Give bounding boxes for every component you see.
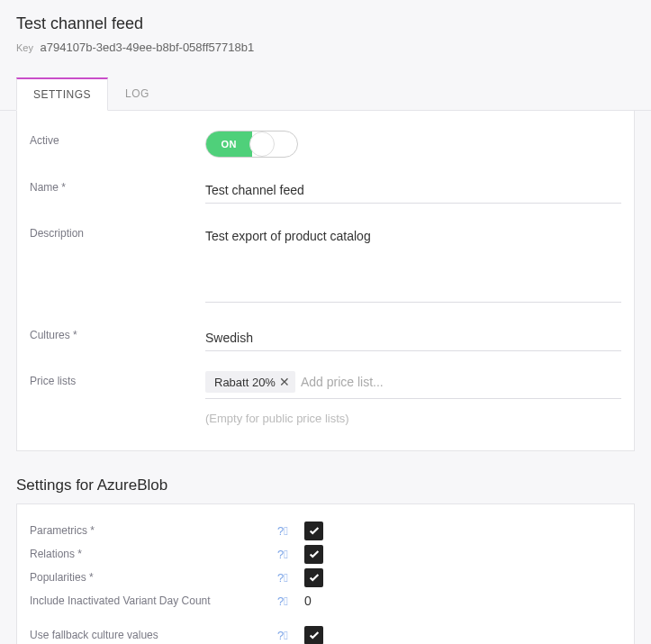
help-icon[interactable]: ?⃝ [277,629,304,642]
toggle-knob [249,132,275,157]
toggle-on-text: ON [206,132,252,157]
azure-section-title: Settings for AzureBlob [16,476,635,494]
description-label: Description [30,223,205,240]
description-input[interactable] [205,223,621,303]
price-list-tag-text: Rabatt 20% [214,376,276,389]
close-icon[interactable]: ✕ [279,375,290,389]
page-key: Key a794107b-3ed3-49ee-b8bf-058ff57718b1 [16,41,635,54]
cultures-input[interactable] [205,325,621,351]
active-toggle[interactable]: ON [205,131,298,158]
check-icon [308,629,321,641]
check-icon [308,571,321,584]
popularities-label: Popularities * [30,571,277,584]
fallback-label: Use fallback culture values [30,629,277,641]
key-value: a794107b-3ed3-49ee-b8bf-058ff57718b1 [41,41,255,54]
inactivated-label: Include Inactivated Variant Day Count [30,594,277,607]
price-list-add-input[interactable] [301,375,621,389]
azure-panel: Parametrics * ?⃝ Relations * ?⃝ Populari… [16,503,635,644]
name-input[interactable] [205,177,621,204]
parametrics-label: Parametrics * [30,524,277,537]
help-icon[interactable]: ?⃝ [277,524,304,538]
help-icon[interactable]: ?⃝ [277,548,304,561]
help-icon[interactable]: ?⃝ [277,594,304,608]
fallback-checkbox[interactable] [304,626,323,645]
key-label: Key [16,42,33,53]
price-lists-label: Price lists [30,371,205,387]
tab-log[interactable]: LOG [108,77,167,110]
price-list-tag: Rabatt 20% ✕ [205,371,295,393]
parametrics-checkbox[interactable] [304,522,323,540]
page-title: Test channel feed [16,14,635,33]
price-lists-hint: (Empty for public price lists) [205,412,621,425]
relations-checkbox[interactable] [304,545,323,564]
settings-panel: Active ON Name * Description Cultures * … [16,111,635,451]
check-icon [308,524,321,537]
relations-label: Relations * [30,548,277,560]
name-label: Name * [30,177,205,194]
price-lists-field[interactable]: Rabatt 20% ✕ [205,371,621,399]
popularities-checkbox[interactable] [304,568,323,587]
inactivated-value: 0 [304,594,312,608]
active-label: Active [30,131,205,147]
help-icon[interactable]: ?⃝ [277,571,304,585]
tabs: SETTINGS LOG [0,77,651,111]
tab-settings[interactable]: SETTINGS [16,77,108,111]
cultures-label: Cultures * [30,325,205,341]
check-icon [308,548,321,560]
